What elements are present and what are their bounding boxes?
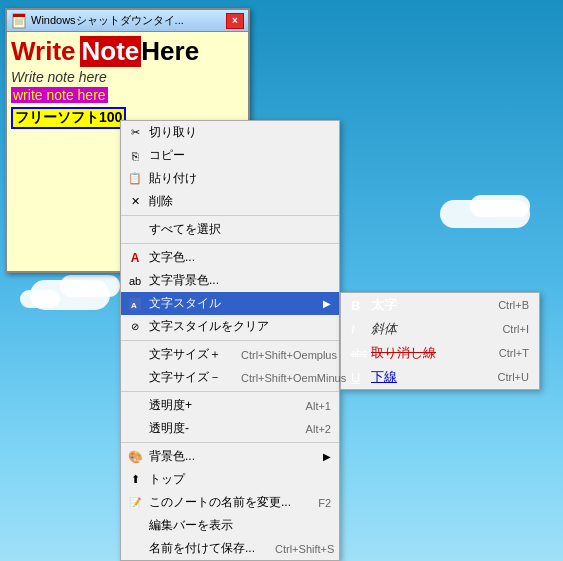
underline-shortcut: Ctrl+U (498, 371, 529, 383)
note-line2: Write note here (11, 69, 244, 85)
menu-font-size-minus[interactable]: 文字サイズ－ Ctrl+Shift+OemMinus (121, 366, 339, 389)
note-write: Write (11, 36, 76, 67)
menu-clear-style[interactable]: ⊘ 文字スタイルをクリア (121, 315, 339, 338)
cloud (20, 290, 60, 308)
note-line4: フリーソフト100 (11, 107, 126, 129)
submenu-bold[interactable]: B 太字 Ctrl+B (341, 293, 539, 317)
note-here: Here (141, 36, 199, 67)
copy-icon: ⎘ (127, 148, 143, 164)
menu-rename[interactable]: 📝 このノートの名前を変更... F2 (121, 491, 339, 514)
menu-cut[interactable]: ✂ 切り取り (121, 121, 339, 144)
strikethrough-label: 取り消し線 (371, 344, 436, 362)
note-line-write-note-here: Write Note Here (11, 36, 244, 67)
menu-save-as[interactable]: 名前を付けて保存... Ctrl+Shift+S (121, 537, 339, 560)
font-color-icon: A (127, 250, 143, 266)
submenu-italic[interactable]: I 斜体 Ctrl+I (341, 317, 539, 341)
opacity-plus-shortcut: Alt+1 (286, 400, 331, 412)
menu-delete[interactable]: ✕ 削除 (121, 190, 339, 213)
menu-font-bg[interactable]: ab 文字背景色... (121, 269, 339, 292)
italic-label: 斜体 (371, 320, 397, 338)
context-menu: ✂ 切り取り ⎘ コピー 📋 貼り付け ✕ 削除 すべてを選択 A 文字色...… (120, 120, 340, 561)
menu-font-style[interactable]: A 文字スタイル ▶ B 太字 Ctrl+B I 斜体 Ctrl+I abc 取… (121, 292, 339, 315)
delete-icon: ✕ (127, 194, 143, 210)
bold-shortcut: Ctrl+B (498, 299, 529, 311)
save-as-shortcut: Ctrl+Shift+S (255, 543, 334, 555)
rename-icon: 📝 (127, 495, 143, 511)
paste-icon: 📋 (127, 171, 143, 187)
separator-1 (121, 215, 339, 216)
opacity-minus-shortcut: Alt+2 (286, 423, 331, 435)
menu-show-toolbar[interactable]: 編集バーを表示 (121, 514, 339, 537)
submenu-arrow: ▶ (323, 298, 331, 309)
menu-select-all[interactable]: すべてを選択 (121, 218, 339, 241)
underline-prefix: U (351, 370, 371, 385)
separator-4 (121, 391, 339, 392)
close-button[interactable]: × (226, 13, 244, 29)
italic-prefix: I (351, 322, 371, 337)
cloud (470, 195, 530, 217)
rename-shortcut: F2 (298, 497, 331, 509)
top-icon: ⬆ (127, 472, 143, 488)
bold-label: 太字 (371, 296, 397, 314)
strikethrough-prefix: abc (351, 348, 371, 359)
separator-3 (121, 340, 339, 341)
strikethrough-shortcut: Ctrl+T (499, 347, 529, 359)
svg-text:A: A (131, 301, 137, 310)
bg-color-icon: 🎨 (127, 449, 143, 465)
scissors-icon: ✂ (127, 125, 143, 141)
titlebar: Windowsシャットダウンタイ... × (7, 10, 248, 32)
menu-opacity-plus[interactable]: 透明度+ Alt+1 (121, 394, 339, 417)
svg-rect-1 (13, 14, 25, 17)
menu-font-color[interactable]: A 文字色... (121, 246, 339, 269)
font-size-plus-shortcut: Ctrl+Shift+Oemplus (221, 349, 337, 361)
font-bg-icon: ab (127, 273, 143, 289)
note-line3: write note here (11, 87, 108, 103)
font-size-minus-shortcut: Ctrl+Shift+OemMinus (221, 372, 346, 384)
bold-prefix: B (351, 298, 371, 313)
bg-color-arrow: ▶ (323, 451, 331, 462)
cloud (60, 275, 120, 297)
clear-style-icon: ⊘ (127, 319, 143, 335)
font-style-submenu: B 太字 Ctrl+B I 斜体 Ctrl+I abc 取り消し線 Ctrl+T… (340, 292, 540, 390)
window-title: Windowsシャットダウンタイ... (31, 13, 226, 28)
note-note: Note (80, 36, 142, 67)
underline-label: 下線 (371, 368, 397, 386)
separator-5 (121, 442, 339, 443)
italic-shortcut: Ctrl+I (502, 323, 529, 335)
menu-opacity-minus[interactable]: 透明度- Alt+2 (121, 417, 339, 440)
app-icon (11, 13, 27, 29)
font-style-icon: A (127, 296, 143, 312)
separator-2 (121, 243, 339, 244)
submenu-strikethrough[interactable]: abc 取り消し線 Ctrl+T (341, 341, 539, 365)
menu-bg-color[interactable]: 🎨 背景色... ▶ (121, 445, 339, 468)
menu-paste[interactable]: 📋 貼り付け (121, 167, 339, 190)
menu-top[interactable]: ⬆ トップ (121, 468, 339, 491)
submenu-underline[interactable]: U 下線 Ctrl+U (341, 365, 539, 389)
menu-font-size-plus[interactable]: 文字サイズ＋ Ctrl+Shift+Oemplus (121, 343, 339, 366)
menu-copy[interactable]: ⎘ コピー (121, 144, 339, 167)
